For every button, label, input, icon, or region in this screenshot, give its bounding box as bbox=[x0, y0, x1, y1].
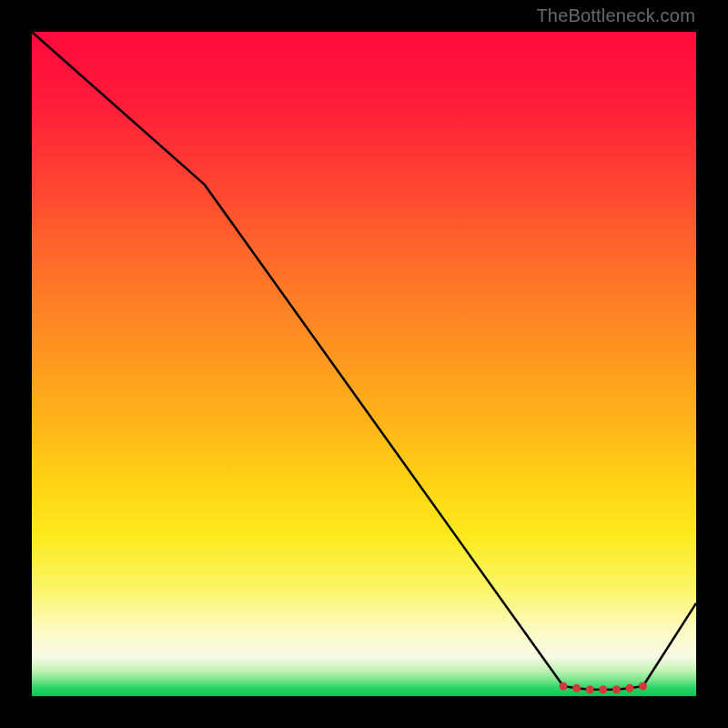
marker-dot bbox=[626, 684, 634, 693]
chart-frame: TheBottleneck.com bbox=[0, 0, 728, 728]
watermark-text: TheBottleneck.com bbox=[536, 5, 695, 26]
series-curve bbox=[32, 32, 696, 690]
marker-dot bbox=[612, 685, 621, 693]
chart-svg bbox=[32, 32, 696, 696]
marker-dot bbox=[639, 682, 647, 691]
marker-dot bbox=[599, 685, 607, 693]
plot-area bbox=[32, 32, 696, 696]
marker-dot bbox=[572, 684, 581, 693]
marker-dot bbox=[560, 682, 568, 691]
marker-dot bbox=[586, 685, 594, 693]
